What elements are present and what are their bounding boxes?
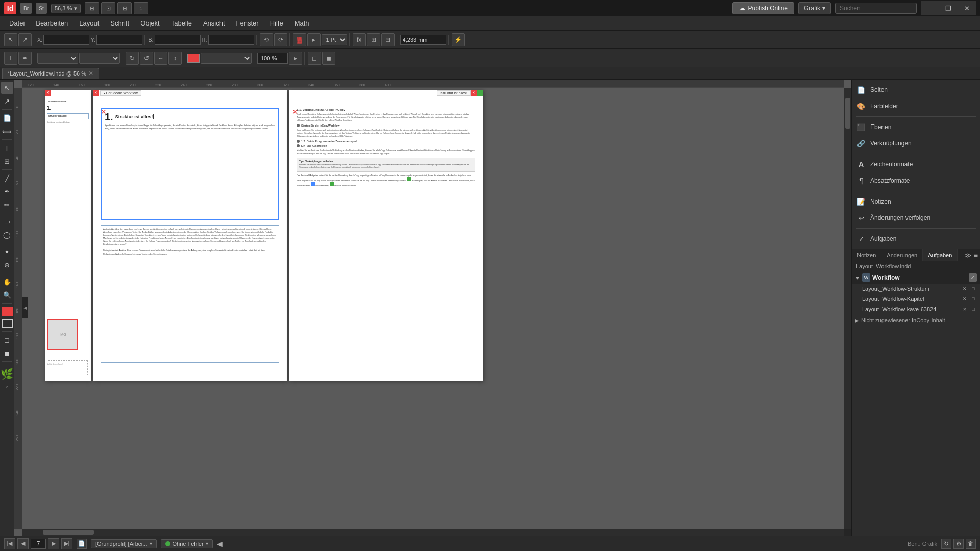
refresh-btn[interactable]: ↻: [941, 539, 951, 549]
panel-zeichenformate[interactable]: A Zeichenformate: [852, 156, 980, 172]
tab-aufgaben[interactable]: Aufgaben: [923, 249, 958, 261]
tool-transform[interactable]: ✦: [1, 245, 13, 258]
stock-icon[interactable]: St: [36, 3, 47, 14]
menu-ansicht[interactable]: Ansicht: [198, 17, 230, 29]
prev-page-btn[interactable]: ◀: [17, 538, 29, 549]
h-scroll-thumb[interactable]: [43, 530, 94, 535]
align-right-btn[interactable]: ⊟: [381, 33, 395, 46]
normal-view[interactable]: ◻: [308, 52, 321, 65]
direct-select-tool[interactable]: ↗: [18, 33, 32, 46]
minimize-button[interactable]: —: [921, 1, 939, 15]
panel-farbfelder[interactable]: 🎨 Farbfelder: [852, 98, 980, 114]
fill-color[interactable]: [187, 54, 200, 63]
bridge-icon[interactable]: Br: [20, 3, 32, 14]
tool-zoom[interactable]: 🔍: [1, 289, 13, 301]
view-btn-2[interactable]: ⊡: [101, 2, 115, 14]
panel-ebenen[interactable]: ⬛ Ebenen: [852, 119, 980, 135]
tool-eyedropper[interactable]: ⊕: [1, 259, 13, 271]
stroke-size-select[interactable]: 1 Pt: [322, 34, 347, 45]
canvas-area[interactable]: 120 140 160 180 200 220 240 260 280 300 …: [14, 80, 851, 536]
b-input[interactable]: [155, 35, 201, 45]
grafik-button[interactable]: Grafik ▾: [798, 2, 831, 14]
body-text-frame[interactable]: Auch ein Workflow, der passt, kann nach …: [101, 225, 279, 363]
doc-tab-close[interactable]: ✕: [88, 70, 93, 77]
panel-absatzformate[interactable]: ¶ Absatzformate: [852, 172, 980, 189]
stroke-color-swatch[interactable]: [2, 319, 13, 328]
item1-box-icon[interactable]: □: [970, 285, 977, 292]
document-tab[interactable]: *Layout_Workflow.indd @ 56 % ✕: [2, 68, 99, 79]
item2-box-icon[interactable]: □: [970, 295, 977, 303]
profile-select[interactable]: [Grundprofil] [Arbei... ▾: [91, 539, 157, 548]
page-type-icon[interactable]: 📄: [77, 539, 87, 549]
tool-preview-mode[interactable]: ◼: [1, 347, 13, 359]
panel-notizen[interactable]: 📝 Notizen: [852, 193, 980, 210]
tool-normal-mode[interactable]: ◻: [1, 334, 13, 346]
panel-seiten[interactable]: 📄 Seiten: [852, 82, 980, 98]
tab-expand-icon[interactable]: ≫: [964, 251, 972, 259]
view-btn-1[interactable]: ⊞: [85, 2, 99, 14]
rotate-cw[interactable]: ↻: [126, 52, 139, 65]
tool-page[interactable]: 📄: [1, 112, 13, 124]
zoom-control[interactable]: 56,3 % ▾: [51, 4, 81, 13]
assign-item-2[interactable]: Layout_Workflow-Kapitel ✕ □: [852, 294, 980, 304]
page-right[interactable]: Struktur ist alles! ✕ ✕ 1.1. Verbindung …: [289, 90, 483, 381]
fill-color-swatch[interactable]: [2, 307, 13, 316]
status-errors-display[interactable]: Ohne Fehler ▾: [161, 539, 213, 548]
menu-datei[interactable]: Datei: [4, 17, 30, 29]
rotate-btn[interactable]: ⟲: [260, 33, 273, 46]
panel-aufgaben[interactable]: ✓ Aufgaben: [852, 231, 980, 247]
close-button[interactable]: ✕: [958, 1, 976, 15]
rotate-ccw[interactable]: ↺: [140, 52, 153, 65]
flip-h[interactable]: ↔: [154, 52, 167, 65]
select-tool[interactable]: ↖: [4, 33, 17, 46]
panel-aenderungen[interactable]: ↩ Änderungen verfolgen: [852, 210, 980, 226]
status-btn-2[interactable]: ⚙: [953, 539, 964, 549]
menu-schrift[interactable]: Schrift: [105, 17, 134, 29]
flip-v[interactable]: ↕: [168, 52, 182, 65]
tool-pen[interactable]: ✒: [1, 185, 13, 197]
left-collapse-btn[interactable]: ◀: [22, 297, 28, 318]
page-number-input[interactable]: [31, 539, 46, 549]
x-input[interactable]: [43, 35, 89, 45]
menu-bearbeiten[interactable]: Bearbeiten: [31, 17, 73, 29]
tool-table[interactable]: ⊞: [1, 155, 13, 167]
item3-box-icon[interactable]: □: [970, 306, 977, 313]
page-left[interactable]: ✕ • Der ideale Workflow 1. Struktur ist …: [93, 90, 287, 381]
view-btn-3[interactable]: ⊟: [117, 2, 132, 14]
effects-btn[interactable]: fx: [353, 33, 366, 46]
status-arrow-btn[interactable]: ◀: [217, 540, 223, 548]
tool-hand[interactable]: ✋: [1, 276, 13, 288]
preview-view[interactable]: ◼: [322, 52, 335, 65]
tool-pencil[interactable]: ✏: [1, 198, 13, 211]
item3-x-icon[interactable]: ✕: [961, 306, 968, 313]
unassigned-group[interactable]: ▶ Nicht zugewiesener InCopy-Inhalt: [852, 315, 980, 325]
zoom-in[interactable]: ▸: [289, 52, 302, 65]
menu-tabelle[interactable]: Tabelle: [166, 17, 197, 29]
last-page-btn[interactable]: ▶|: [61, 538, 72, 549]
tool-select[interactable]: ↖: [1, 82, 13, 94]
menu-math[interactable]: Math: [289, 17, 314, 29]
tool-ellipse[interactable]: ◯: [1, 229, 13, 241]
pen-tool[interactable]: ✒: [18, 52, 32, 65]
color-select[interactable]: [201, 53, 252, 64]
restore-button[interactable]: ❐: [939, 1, 958, 15]
status-btn-3[interactable]: 🗑: [966, 539, 976, 549]
tool-line[interactable]: ╱: [1, 172, 13, 184]
panel-verknuepfungen[interactable]: 🔗 Verknüpfungen: [852, 135, 980, 152]
vertical-scrollbar[interactable]: [844, 88, 851, 529]
selected-text-frame[interactable]: 1. Struktur ist alles! Spricht man von e…: [101, 108, 279, 220]
menu-hilfe[interactable]: Hilfe: [265, 17, 288, 29]
tool-text[interactable]: T: [1, 142, 13, 154]
menu-layout[interactable]: Layout: [74, 17, 104, 29]
item2-x-icon[interactable]: ✕: [961, 295, 968, 303]
v-scroll-thumb[interactable]: [845, 98, 850, 129]
next-page-btn[interactable]: ▶: [48, 538, 59, 549]
workflow-group-header[interactable]: ▼ W Workflow ✓: [852, 271, 980, 284]
tab-menu-icon[interactable]: ≡: [974, 251, 978, 259]
tab-notizen[interactable]: Notizen: [852, 249, 881, 261]
tool-direct-select[interactable]: ↗: [1, 95, 13, 107]
text-tool[interactable]: T: [4, 52, 17, 65]
stroke-arrow[interactable]: ▸: [307, 33, 321, 46]
search-input[interactable]: [835, 3, 917, 14]
view-btn-4[interactable]: ↕: [134, 2, 148, 14]
